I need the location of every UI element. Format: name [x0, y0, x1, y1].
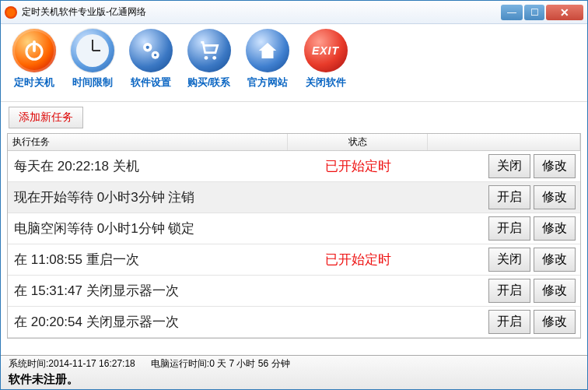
- table-row[interactable]: 电脑空闲等待 0小时1分钟 锁定开启修改: [8, 213, 580, 244]
- uptime: 0 天 7 小时 56 分钟: [209, 358, 289, 369]
- status-cell: 已开始定时: [288, 157, 428, 175]
- system-time: 2014-11-17 16:27:18: [48, 358, 135, 369]
- exit-text: EXIT: [312, 44, 339, 57]
- add-task-button[interactable]: 添加新任务: [9, 107, 83, 128]
- task-cell: 在 11:08:55 重启一次: [8, 251, 288, 269]
- toggle-button[interactable]: 开启: [488, 185, 530, 209]
- add-task-bar: 添加新任务: [1, 102, 587, 133]
- header-task[interactable]: 执行任务: [8, 134, 288, 150]
- statusbar: 系统时间:2014-11-17 16:27:18 电脑运行时间:0 天 7 小时…: [1, 355, 587, 389]
- window-title: 定时关机软件专业版-亿通网络: [22, 5, 501, 19]
- task-table: 执行任务 状态 每天在 20:22:18 关机已开始定时关闭修改现在开始等待 0…: [7, 133, 581, 339]
- edit-button[interactable]: 修改: [534, 216, 576, 241]
- toggle-button[interactable]: 关闭: [488, 154, 530, 178]
- uptime-label: 电脑运行时间:: [151, 358, 209, 369]
- toolbar-label: 购买/联系: [187, 76, 231, 90]
- toolbar-label: 关闭软件: [306, 76, 346, 90]
- cart-icon: [187, 29, 231, 72]
- power-icon: [12, 29, 56, 72]
- gear-icon: [129, 29, 173, 72]
- task-cell: 电脑空闲等待 0小时1分钟 锁定: [8, 220, 288, 237]
- table-row[interactable]: 在 20:20:54 关闭显示器一次开启修改: [8, 307, 580, 338]
- toolbar-exit[interactable]: EXIT 关闭软件: [300, 29, 351, 101]
- action-cell: 开启修改: [428, 279, 580, 303]
- close-button[interactable]: ✕: [546, 5, 583, 20]
- table-row[interactable]: 在 15:31:47 关闭显示器一次开启修改: [8, 276, 580, 307]
- action-cell: 开启修改: [428, 185, 580, 209]
- edit-button[interactable]: 修改: [534, 248, 576, 272]
- svg-point-3: [145, 46, 149, 49]
- exit-icon: EXIT: [304, 29, 348, 72]
- toolbar: 定时关机 时间限制 软件设置 购买/联系 官方网站: [1, 24, 587, 102]
- app-window: 定时关机软件专业版-亿通网络 — ☐ ✕ 定时关机 时间限制 软件设置: [0, 0, 588, 390]
- header-status[interactable]: 状态: [288, 134, 428, 150]
- system-time-label: 系统时间:: [9, 358, 48, 369]
- clock-icon: [71, 29, 114, 72]
- toolbar-label: 软件设置: [131, 76, 171, 90]
- toolbar-shutdown[interactable]: 定时关机: [9, 29, 59, 101]
- toggle-button[interactable]: 关闭: [488, 248, 530, 272]
- edit-button[interactable]: 修改: [534, 310, 576, 334]
- toolbar-website[interactable]: 官方网站: [242, 29, 292, 101]
- edit-button[interactable]: 修改: [534, 185, 576, 209]
- status-cell: 已开始定时: [288, 251, 428, 269]
- action-cell: 关闭修改: [428, 154, 580, 178]
- toggle-button[interactable]: 开启: [488, 216, 530, 241]
- action-cell: 开启修改: [428, 216, 580, 241]
- maximize-button[interactable]: ☐: [524, 5, 544, 20]
- table-row[interactable]: 现在开始等待 0小时3分钟 注销开启修改: [8, 182, 580, 213]
- table-row[interactable]: 每天在 20:22:18 关机已开始定时关闭修改: [8, 151, 580, 182]
- toolbar-label: 官方网站: [247, 76, 288, 90]
- action-cell: 关闭修改: [428, 248, 580, 272]
- action-cell: 开启修改: [428, 310, 580, 334]
- table-header: 执行任务 状态: [8, 134, 580, 151]
- toggle-button[interactable]: 开启: [488, 310, 530, 334]
- register-status: 软件未注册。: [9, 372, 579, 387]
- toolbar-time-limit[interactable]: 时间限制: [67, 29, 117, 101]
- svg-point-7: [212, 56, 216, 60]
- task-cell: 在 20:20:54 关闭显示器一次: [8, 313, 288, 331]
- task-cell: 在 15:31:47 关闭显示器一次: [8, 282, 288, 300]
- toolbar-buy-contact[interactable]: 购买/联系: [184, 29, 234, 101]
- header-actions: [428, 134, 580, 150]
- home-icon: [246, 29, 289, 72]
- task-cell: 每天在 20:22:18 关机: [8, 157, 288, 175]
- minimize-button[interactable]: —: [501, 5, 523, 20]
- toolbar-label: 时间限制: [72, 76, 113, 90]
- edit-button[interactable]: 修改: [534, 154, 576, 178]
- app-icon: [5, 6, 17, 19]
- titlebar[interactable]: 定时关机软件专业版-亿通网络 — ☐ ✕: [1, 1, 587, 24]
- edit-button[interactable]: 修改: [534, 279, 576, 303]
- table-row[interactable]: 在 11:08:55 重启一次已开始定时关闭修改: [8, 244, 580, 276]
- window-controls: — ☐ ✕: [501, 5, 583, 20]
- toolbar-label: 定时关机: [14, 76, 54, 90]
- svg-point-6: [204, 56, 208, 60]
- toggle-button[interactable]: 开启: [488, 279, 530, 303]
- toolbar-settings[interactable]: 软件设置: [125, 29, 176, 101]
- task-cell: 现在开始等待 0小时3分钟 注销: [8, 188, 288, 206]
- svg-point-5: [153, 54, 156, 56]
